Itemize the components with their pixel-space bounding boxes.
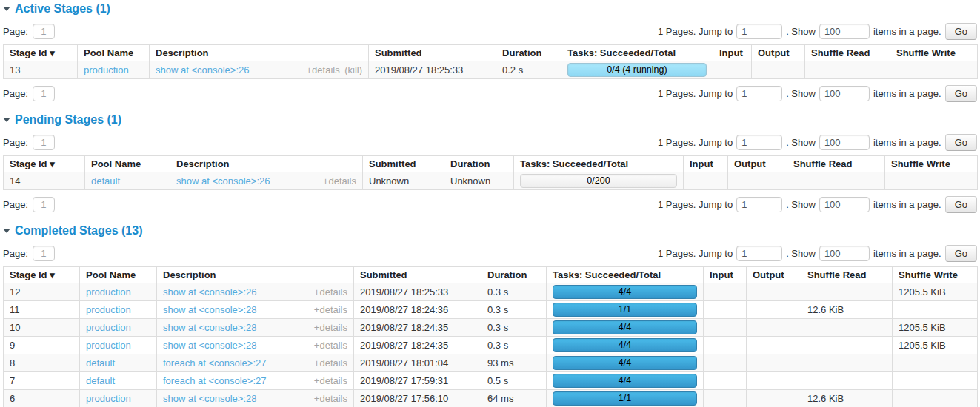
tasks-cell: 4/4 [547, 319, 704, 337]
stage-description-link[interactable]: foreach at <console>:27 [163, 357, 267, 369]
column-header-stage-id[interactable]: Stage Id ▾ [4, 267, 80, 283]
pool-name-link[interactable]: production [86, 304, 131, 315]
page-size-input[interactable] [819, 135, 870, 150]
column-header-shuffle-read[interactable]: Shuffle Read [801, 267, 893, 283]
column-header-shuffle-write[interactable]: Shuffle Write [885, 156, 978, 172]
pool-name-link[interactable]: production [86, 340, 131, 351]
page-number-input[interactable] [33, 135, 55, 150]
output-cell [747, 354, 801, 372]
details-toggle[interactable]: +details [314, 340, 347, 351]
stage-id-cell: 8 [4, 354, 80, 372]
column-header-duration[interactable]: Duration [481, 267, 547, 283]
pool-name-link[interactable]: default [86, 375, 115, 386]
page-size-input[interactable] [819, 24, 870, 39]
column-header-output[interactable]: Output [747, 267, 801, 283]
stage-id-cell: 13 [4, 61, 78, 79]
stage-description-link[interactable]: show at <console>:28 [163, 393, 256, 404]
column-header-pool-name[interactable]: Pool Name [78, 45, 150, 61]
column-header-input[interactable]: Input [704, 267, 747, 283]
pool-name-link[interactable]: default [91, 175, 120, 186]
column-header-submitted[interactable]: Submitted [354, 267, 481, 283]
collapse-arrow-icon [3, 7, 10, 11]
stage-description-link[interactable]: show at <console>:26 [163, 286, 256, 297]
column-header-shuffle-write[interactable]: Shuffle Write [890, 45, 978, 61]
duration-cell: 0.5 s [481, 372, 547, 390]
completed-stages-collapse-header[interactable]: Completed Stages (13) [3, 224, 977, 238]
column-header-submitted[interactable]: Submitted [369, 45, 496, 61]
pool-cell: default [85, 172, 170, 190]
column-header-stage-id[interactable]: Stage Id ▾ [4, 45, 78, 61]
column-header-tasks-succeeded-total[interactable]: Tasks: Succeeded/Total [514, 156, 684, 172]
pool-name-link[interactable]: production [86, 322, 131, 333]
column-header-shuffle-read[interactable]: Shuffle Read [805, 45, 890, 61]
column-header-shuffle-read[interactable]: Shuffle Read [787, 156, 885, 172]
duration-cell: 0.3 s [481, 319, 547, 337]
column-header-description[interactable]: Description [170, 156, 363, 172]
pool-name-link[interactable]: production [86, 393, 131, 404]
stage-description-link[interactable]: show at <console>:28 [163, 304, 256, 315]
pool-cell: production [80, 301, 157, 319]
stage-description-link[interactable]: show at <console>:28 [163, 322, 256, 333]
jump-to-page-input[interactable] [736, 135, 782, 150]
column-header-input[interactable]: Input [713, 45, 752, 61]
column-header-output[interactable]: Output [728, 156, 787, 172]
pool-name-link[interactable]: production [84, 64, 129, 75]
input-cell [704, 301, 747, 319]
page-size-input[interactable] [819, 197, 870, 212]
stage-row: 7defaultforeach at <console>:27+details2… [4, 372, 978, 390]
output-cell [747, 283, 801, 301]
page-number-input[interactable] [33, 24, 55, 39]
jump-to-page-input[interactable] [736, 197, 782, 212]
column-header-pool-name[interactable]: Pool Name [80, 267, 157, 283]
jump-to-page-input[interactable] [736, 246, 782, 261]
go-button[interactable]: Go [945, 85, 977, 102]
stage-description-link[interactable]: show at <console>:26 [176, 175, 270, 186]
column-header-shuffle-write[interactable]: Shuffle Write [893, 267, 978, 283]
details-toggle[interactable]: +details [314, 357, 347, 369]
active-stages-section: Active Stages (1) Page: 1 Pages. Jump to… [3, 2, 977, 102]
column-header-submitted[interactable]: Submitted [363, 156, 444, 172]
details-toggle[interactable]: +details [314, 322, 347, 333]
stage-description-link[interactable]: show at <console>:28 [163, 340, 256, 351]
details-toggle[interactable]: +details [307, 64, 340, 75]
details-toggle[interactable]: +details [314, 393, 347, 404]
go-button[interactable]: Go [945, 23, 977, 40]
column-header-description[interactable]: Description [150, 45, 369, 61]
column-header-tasks-succeeded-total[interactable]: Tasks: Succeeded/Total [547, 267, 704, 283]
duration-cell: 64 ms [481, 390, 547, 407]
column-header-stage-id[interactable]: Stage Id ▾ [4, 156, 85, 172]
column-header-pool-name[interactable]: Pool Name [85, 156, 170, 172]
go-button[interactable]: Go [945, 245, 977, 262]
page-size-input[interactable] [819, 86, 870, 101]
shuffle-write-cell [893, 372, 978, 390]
jump-to-page-input[interactable] [736, 86, 782, 101]
column-header-input[interactable]: Input [684, 156, 728, 172]
show-text: . Show [786, 137, 816, 148]
details-toggle[interactable]: +details [314, 286, 347, 297]
column-header-output[interactable]: Output [752, 45, 805, 61]
page-size-input[interactable] [819, 246, 870, 261]
output-cell [728, 172, 787, 190]
go-button[interactable]: Go [945, 134, 977, 151]
stage-row: 13productionshow at <console>:26+details… [4, 61, 978, 79]
details-toggle[interactable]: +details [314, 375, 347, 386]
column-header-tasks-succeeded-total[interactable]: Tasks: Succeeded/Total [561, 45, 713, 61]
pool-name-link[interactable]: default [86, 357, 115, 369]
pool-name-link[interactable]: production [86, 286, 131, 297]
details-toggle[interactable]: +details [323, 175, 356, 186]
stage-description-link[interactable]: foreach at <console>:27 [163, 375, 267, 386]
page-number-input[interactable] [33, 86, 55, 101]
active-stages-collapse-header[interactable]: Active Stages (1) [3, 2, 977, 16]
pending-stages-collapse-header[interactable]: Pending Stages (1) [3, 113, 977, 127]
stage-description-link[interactable]: show at <console>:26 [156, 64, 249, 75]
column-header-duration[interactable]: Duration [444, 156, 514, 172]
kill-link[interactable]: (kill) [340, 64, 362, 75]
column-header-description[interactable]: Description [157, 267, 354, 283]
page-number-input[interactable] [33, 246, 55, 261]
page-number-input[interactable] [33, 197, 55, 212]
column-header-duration[interactable]: Duration [496, 45, 561, 61]
details-toggle[interactable]: +details [314, 304, 347, 315]
jump-to-page-input[interactable] [736, 24, 782, 39]
page-label: Page: [3, 199, 28, 210]
go-button[interactable]: Go [945, 196, 977, 213]
